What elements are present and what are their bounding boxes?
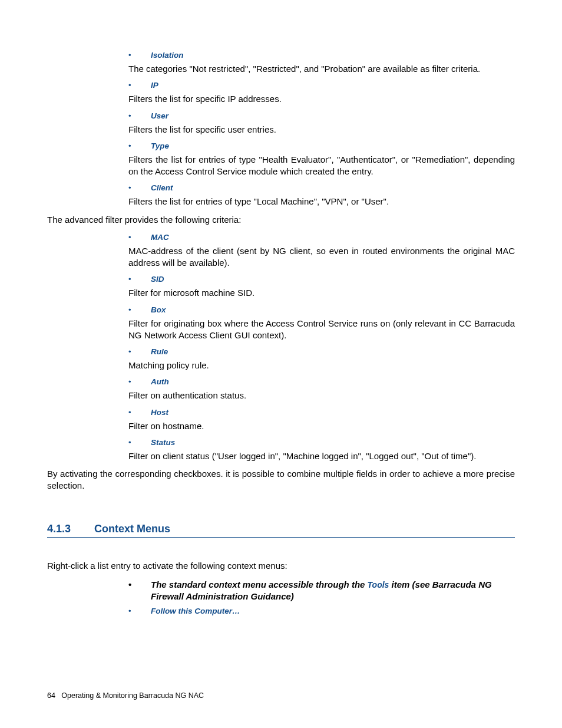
filter-item: • Auth — [128, 377, 515, 386]
filter-name: Host — [151, 408, 168, 417]
filter-item: • Isolation — [128, 51, 515, 60]
filter-name: Client — [151, 183, 173, 192]
tools-keyword: Tools — [368, 580, 389, 589]
bullet-icon: • — [128, 183, 151, 192]
filter-desc: The categories "Not restricted", "Restri… — [128, 63, 515, 75]
advanced-intro: The advanced filter provides the followi… — [47, 214, 515, 226]
section-title: Context Menus — [94, 523, 170, 535]
filter-desc: Filter on authentication status. — [128, 390, 515, 401]
filter-desc: Filters the list for entries of type "Lo… — [128, 196, 515, 207]
filter-name: SID — [151, 275, 164, 284]
filter-name: IP — [151, 81, 158, 90]
filter-name: MAC — [151, 233, 169, 242]
filter-item: • Client — [128, 183, 515, 192]
filter-name: Type — [151, 141, 169, 150]
context-menu-text: The standard context menu accessible thr… — [151, 579, 515, 603]
page-footer: 64 Operating & Monitoring Barracuda NG N… — [47, 691, 204, 700]
filter-name: Status — [151, 438, 175, 447]
filter-item: • IP — [128, 81, 515, 90]
page-number: 64 — [47, 691, 55, 700]
filter-desc: Filters the list for specific IP address… — [128, 93, 515, 105]
filter-desc: Filter on hostname. — [128, 420, 515, 432]
filter-name: User — [151, 111, 168, 120]
bullet-icon: • — [128, 275, 151, 284]
filter-name: Box — [151, 305, 166, 314]
bullet-icon: • — [128, 51, 151, 60]
context-menu-item: • The standard context menu accessible t… — [128, 579, 515, 603]
context-menu-item: • Follow this Computer… — [128, 606, 515, 617]
bullet-icon: • — [128, 579, 151, 589]
filter-name: Isolation — [151, 51, 184, 60]
bullet-icon: • — [128, 233, 151, 242]
bullet-icon: • — [128, 607, 151, 615]
filter-item: • Type — [128, 141, 515, 150]
bullet-icon: • — [128, 141, 151, 150]
context-menu-text: Follow this Computer… — [151, 606, 515, 617]
footer-title: Operating & Monitoring Barracuda NG NAC — [61, 691, 204, 700]
filter-desc: Filters the list for specific user entri… — [128, 124, 515, 136]
filter-name: Auth — [151, 377, 169, 386]
filter-desc: Filter on client status ("User logged in… — [128, 450, 515, 462]
bullet-icon: • — [128, 81, 151, 90]
bullet-icon: • — [128, 347, 151, 356]
bullet-icon: • — [128, 377, 151, 386]
filter-desc: Matching policy rule. — [128, 360, 515, 371]
filter-item: • MAC — [128, 233, 515, 242]
section-heading: 4.1.3 Context Menus — [47, 523, 515, 535]
filter-item: • Rule — [128, 347, 515, 356]
bullet-icon: • — [128, 111, 151, 120]
filter-item: • User — [128, 111, 515, 120]
bullet-icon: • — [128, 438, 151, 447]
filter-name: Rule — [151, 347, 168, 356]
bullet-icon: • — [128, 305, 151, 314]
section-intro: Right-click a list entry to activate the… — [47, 560, 515, 572]
closing-paragraph: By activating the corresponding checkbox… — [47, 468, 515, 492]
filter-item: • Host — [128, 408, 515, 417]
filter-desc: Filter for originating box where the Acc… — [128, 318, 515, 342]
filter-desc: Filter for microsoft machine SID. — [128, 287, 515, 299]
filter-desc: Filters the list for entries of type "He… — [128, 154, 515, 178]
filter-item: • SID — [128, 275, 515, 284]
filter-desc: MAC-address of the client (sent by NG cl… — [128, 245, 515, 269]
section-number: 4.1.3 — [47, 523, 94, 535]
bullet-icon: • — [128, 408, 151, 417]
filter-item: • Box — [128, 305, 515, 314]
section-rule — [47, 537, 515, 538]
filter-item: • Status — [128, 438, 515, 447]
